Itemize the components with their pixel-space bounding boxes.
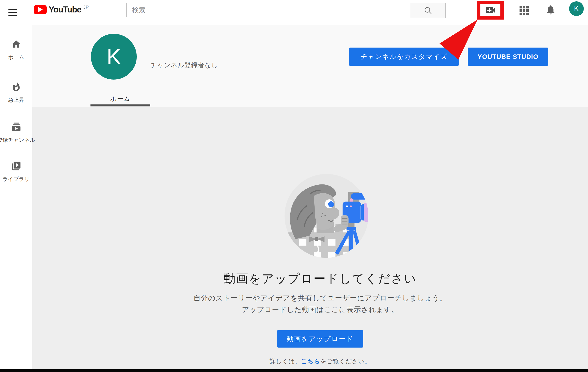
empty-state-description: アップロードした動画はここに表示されます。 xyxy=(142,305,498,315)
library-icon xyxy=(11,161,21,171)
youtube-play-icon xyxy=(34,5,47,14)
empty-state-title: 動画をアップロードしてください xyxy=(165,271,476,287)
hamburger-menu-icon xyxy=(9,9,17,10)
notifications-button[interactable] xyxy=(545,4,557,16)
trending-icon xyxy=(11,82,21,92)
channel-avatar-initial: K xyxy=(107,44,121,69)
search-input[interactable] xyxy=(126,3,410,17)
search-icon xyxy=(423,6,433,15)
screen-bottom-edge xyxy=(0,369,588,372)
home-icon xyxy=(11,39,21,49)
hamburger-menu-button[interactable] xyxy=(8,8,18,17)
sidebar-item-label: ライブラリ xyxy=(2,176,30,183)
account-avatar[interactable]: K xyxy=(569,1,584,16)
create-video-button[interactable] xyxy=(484,4,497,16)
hamburger-menu-icon xyxy=(9,15,17,16)
subscriber-status: チャンネル登録者なし xyxy=(150,61,218,70)
sidebar-item-home[interactable]: ホーム xyxy=(0,39,32,75)
youtube-logo[interactable]: YouTube JP xyxy=(34,4,89,15)
top-app-bar: YouTube JP K xyxy=(0,0,588,25)
channel-avatar: K xyxy=(91,34,137,80)
upload-illustration xyxy=(284,173,369,259)
youtube-studio-button[interactable]: YOUTUBE STUDIO xyxy=(468,48,548,66)
sidebar-item-label: 急上昇 xyxy=(8,96,24,103)
subscriptions-icon xyxy=(11,122,21,132)
country-code-label: JP xyxy=(83,4,89,10)
sidebar-item-trending[interactable]: 急上昇 xyxy=(0,82,32,117)
hamburger-menu-icon xyxy=(9,12,17,13)
video-call-icon xyxy=(484,4,497,16)
bell-icon xyxy=(545,4,556,15)
sidebar-item-label: 登録チャンネル xyxy=(0,136,35,144)
help-text-prefix: 詳しくは、 xyxy=(269,358,301,365)
sidebar-item-label: ホーム xyxy=(8,54,24,61)
sidebar-item-subscriptions[interactable]: 登録チャンネル xyxy=(0,122,32,157)
upload-video-button[interactable]: 動画をアップロード xyxy=(277,330,363,348)
account-avatar-initial: K xyxy=(574,4,579,13)
youtube-channel-page: YouTube JP K xyxy=(0,0,588,372)
help-text: 詳しくは、こちらをご覧ください。 xyxy=(142,357,498,365)
help-link[interactable]: こちら xyxy=(301,358,320,365)
youtube-logo-text: YouTube xyxy=(49,5,81,14)
active-tab-underline xyxy=(91,104,150,106)
annotation-highlight-box xyxy=(477,1,504,20)
empty-state-description: 自分のストーリーやアイデアを共有してユーザーにアプローチしましょう。 xyxy=(142,293,498,303)
help-text-suffix: をご覧ください。 xyxy=(320,358,371,365)
apps-grid-button[interactable] xyxy=(519,5,530,16)
search-button[interactable] xyxy=(410,3,446,18)
mini-guide-sidebar: ホーム 急上昇 登録チャンネル ライブラリ xyxy=(0,25,32,369)
sidebar-item-library[interactable]: ライブラリ xyxy=(0,161,32,196)
apps-grid-icon xyxy=(520,6,529,15)
customize-channel-button[interactable]: チャンネルをカスタマイズ xyxy=(349,48,459,66)
